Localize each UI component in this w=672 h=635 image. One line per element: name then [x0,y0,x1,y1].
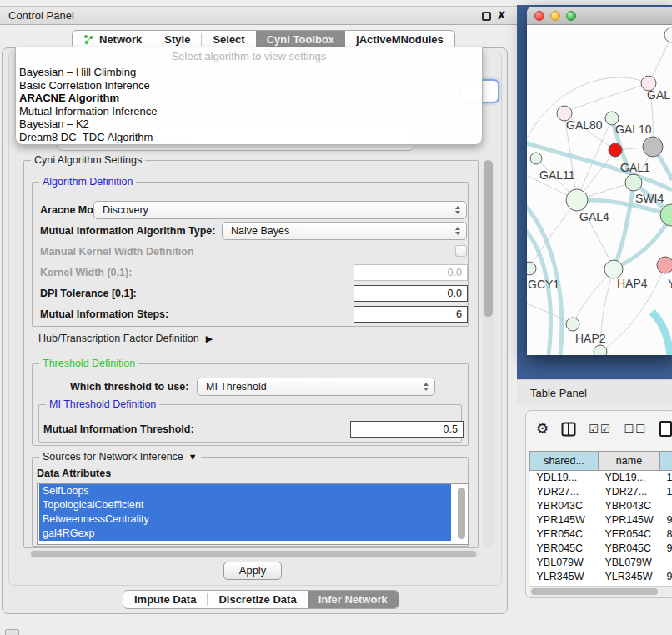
table-cell [660,556,672,570]
table-row[interactable]: YER054CYER054C8. [530,528,672,542]
column-header[interactable]: shared... [530,452,599,471]
network-node[interactable] [609,143,622,157]
tab-impute-data[interactable]: Impute Data [123,591,207,608]
attribute-list-item[interactable]: TopologicalCoefficient [39,498,451,512]
tab-select[interactable]: Select [202,31,255,48]
table-header-row: shared...name [530,452,672,471]
network-node-y[interactable] [657,257,672,273]
columns-icon[interactable] [561,422,576,437]
table-row[interactable]: YBL079WYBL079W [530,556,672,570]
close-traffic-light[interactable] [534,11,544,21]
attribute-list-item[interactable]: BetweennessCentrality [39,512,451,527]
table-hscrollbar-track[interactable] [529,586,672,597]
aracne-mode-combo[interactable]: Discovery [93,201,467,219]
tab-label: Style [164,33,190,46]
float-window-icon[interactable] [482,12,491,21]
export-table-icon[interactable] [659,421,672,437]
column-header[interactable] [660,452,672,471]
manual-kernel-width-checkbox[interactable] [455,245,467,257]
tab-label: Discretize Data [218,593,296,606]
table-hscrollbar-thumb[interactable] [531,588,658,595]
network-node-gal1[interactable] [625,174,642,191]
manual-kernel-width-label: Manual Kernel Width Definition [40,246,194,258]
network-node[interactable] [594,345,607,355]
select-all-checkboxes-icon[interactable]: ☑☑ [589,422,611,437]
network-node-gal11[interactable] [530,152,542,164]
threshold-definition-title: Threshold Definition [39,358,138,369]
settings-scrollbar-thumb[interactable] [484,160,493,317]
network-node-hap4[interactable] [604,260,623,278]
algorithm-definition-title: Algorithm Definition [39,176,136,188]
mi-algorithm-type-value: Naive Bayes [231,225,289,237]
stepper-arrows-icon [455,227,460,235]
algorithm-option[interactable]: Dream8 DC_TDC Algorithm [16,131,482,144]
table-row[interactable]: YDL19...YDL19...13 [530,471,672,485]
apply-button[interactable]: Apply [223,562,282,580]
sources-toggle[interactable]: Sources for Network Inference ▼ [39,451,201,462]
network-node[interactable] [643,137,663,157]
data-attributes-label: Data Attributes [37,468,111,479]
algorithm-option[interactable]: Basic Correlation Inference [16,79,482,92]
table-cell: 12 [660,485,672,499]
settings-hscrollbar-track[interactable] [30,550,479,558]
table-cell: YPR145W [530,513,599,528]
gear-icon[interactable]: ⚙ [536,422,549,437]
control-panel-title: Control Panel [8,9,74,22]
node-label: Y [668,277,672,290]
node-label: GAL1 [620,161,650,174]
node-label: HAP4 [617,277,648,290]
node-label: HAP2 [575,332,606,345]
table-row[interactable]: YBR045CYBR045C9. [530,542,672,556]
network-canvas[interactable]: GALGAL80GAL10GAL11GAL1SWI4GAL4GCY1HAP4YH… [527,25,672,355]
algorithm-option[interactable]: Bayesian – K2 [16,118,482,131]
close-icon[interactable]: ✗ [497,9,506,22]
hub-definition-toggle[interactable]: Hub/Transcription Factor Definition ▶ [38,332,213,344]
network-node-hap2[interactable] [566,318,579,331]
algorithm-option[interactable]: Bayesian – Hill Climbing [16,66,482,79]
mi-threshold-input[interactable]: 0.5 [350,421,464,438]
tab-discretize-data[interactable]: Discretize Data [208,591,307,608]
table-cell: YER054C [530,528,599,542]
tab-network[interactable]: Network [73,31,153,48]
stepper-arrows-icon [455,206,460,214]
data-attributes-list[interactable]: SelfLoopsTopologicalCoefficientBetweenne… [37,483,469,545]
node-label: GAL4 [579,210,609,223]
zoom-traffic-light[interactable] [566,11,576,21]
tab-infer-network[interactable]: Infer Network [308,591,399,608]
tab-cyni-toolbox[interactable]: Cyni Toolbox [256,31,345,48]
dpi-tolerance-input[interactable]: 0.0 [354,285,468,302]
table-row[interactable]: YLR345WYLR345W9. [530,570,672,584]
tab-label: Network [99,33,142,46]
mi-threshold-label: Mutual Information Threshold: [43,423,194,435]
which-threshold-combo[interactable]: MI Threshold [197,378,435,396]
algorithm-option[interactable]: ARACNE Algorithm [16,92,482,105]
tab-label: Select [213,33,244,46]
sources-title: Sources for Network Inference [43,451,183,462]
network-node-gcy1[interactable] [527,262,536,275]
network-edge [614,182,634,269]
attribute-list-item[interactable]: SelfLoops [39,484,451,498]
panel-grip-icon[interactable] [5,629,19,635]
mi-steps-input[interactable]: 6 [354,306,468,322]
table-row[interactable]: YBR043CYBR043C [530,499,672,513]
table-row[interactable]: YDR27...YDR27...12 [530,485,672,499]
settings-hscrollbar-thumb[interactable] [31,551,476,558]
attribute-list-item[interactable]: gal4RGexp [39,527,451,541]
network-node-gal4[interactable] [566,189,588,211]
tab-jactivemnodules[interactable]: jActiveMNodules [345,31,454,48]
network-node[interactable] [664,28,672,42]
network-edge [649,35,672,83]
table-cell: YLR345W [599,570,660,584]
table-row[interactable]: YPR145WYPR145W9. [530,513,672,528]
attributes-scrollbar-thumb[interactable] [458,488,465,539]
node-label: GCY1 [528,278,559,291]
column-header[interactable]: name [599,452,660,471]
minimize-traffic-light[interactable] [550,11,560,21]
deselect-all-checkboxes-icon[interactable]: ☐☐ [624,422,647,437]
tab-style[interactable]: Style [153,31,201,48]
mi-algorithm-type-combo[interactable]: Naive Bayes [222,222,467,240]
which-threshold-label: Which threshold to use: [70,381,188,392]
table-cell: YBR043C [530,499,599,513]
kernel-width-input[interactable]: 0.0 [354,264,468,281]
algorithm-option[interactable]: Mutual Information Inference [16,105,482,118]
